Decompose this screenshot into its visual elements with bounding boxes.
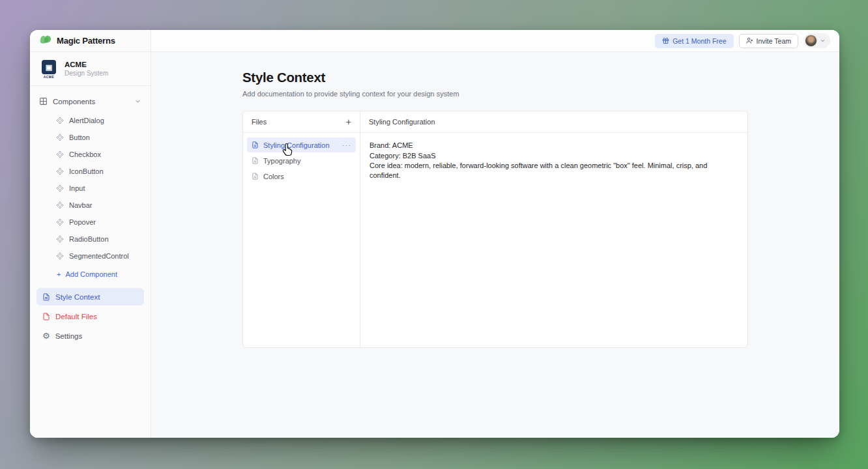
file-name: Colors xyxy=(263,173,351,180)
component-label: Button xyxy=(69,134,90,141)
component-icon xyxy=(56,218,64,226)
component-label: IconButton xyxy=(69,167,104,175)
component-icon xyxy=(56,150,64,158)
topbar: Get 1 Month Free Invite Team xyxy=(151,30,839,52)
component-icon xyxy=(56,252,64,260)
document-body[interactable]: Brand: ACME Category: B2B SaaS Core idea… xyxy=(360,133,747,189)
sidebar-component-item[interactable]: AlertDialog xyxy=(30,112,151,129)
component-label: Input xyxy=(69,184,85,192)
app-brand-name: Magic Patterns xyxy=(57,36,115,46)
component-label: Navbar xyxy=(69,201,92,209)
components-grid-icon xyxy=(39,97,48,107)
file-item-typography[interactable]: Typography xyxy=(247,153,356,168)
document-panel-header: Styling Configuration xyxy=(360,111,747,133)
main-area: Get 1 Month Free Invite Team Style Conte… xyxy=(151,30,839,438)
components-section-label: Components xyxy=(53,98,95,106)
workspace-subtitle: Design System xyxy=(65,70,108,77)
workspace-cube-icon: ▣ xyxy=(42,60,56,74)
component-icon xyxy=(56,134,64,141)
gift-icon xyxy=(662,37,669,44)
get-month-free-label: Get 1 Month Free xyxy=(673,37,726,45)
file-text-icon xyxy=(252,141,259,149)
file-item-colors[interactable]: Colors xyxy=(247,169,356,184)
sidebar-item-label: Style Context xyxy=(55,293,100,301)
plus-icon: + xyxy=(57,270,61,278)
file-options-menu-icon[interactable]: ··· xyxy=(342,141,351,149)
document-line: Brand: ACME xyxy=(369,141,738,150)
account-menu-button[interactable] xyxy=(803,33,830,48)
app-window: Magic Patterns ▣ ACME ACME Design System… xyxy=(30,30,839,438)
sidebar-item-label: Settings xyxy=(55,332,83,340)
file-icon xyxy=(42,313,50,320)
sidebar-nav: Style Context Default Files ⚙ Settings xyxy=(30,288,151,345)
component-label: SegmentedControl xyxy=(69,252,129,260)
files-header-label: Files xyxy=(252,118,267,126)
invite-team-button[interactable]: Invite Team xyxy=(739,34,799,48)
components-list: AlertDialog Button Checkbox xyxy=(30,112,151,264)
component-icon xyxy=(56,167,64,175)
files-panel: Files + Styling Configuration ··· xyxy=(243,111,360,347)
sidebar-item-style-context[interactable]: Style Context xyxy=(36,288,144,306)
sidebar-component-item[interactable]: Checkbox xyxy=(30,146,151,163)
page-title: Style Context xyxy=(242,70,748,85)
sidebar-component-item[interactable]: Popover xyxy=(30,214,151,231)
page-content: Style Context Add documentation to provi… xyxy=(151,52,839,438)
component-icon xyxy=(56,201,64,209)
app-logo-row[interactable]: Magic Patterns xyxy=(30,30,151,52)
magic-patterns-logo-icon xyxy=(39,35,52,47)
workspace-logo: ▣ ACME xyxy=(39,60,59,79)
file-item-styling-configuration[interactable]: Styling Configuration ··· xyxy=(247,137,356,152)
workspace-info: ACME Design System xyxy=(65,60,108,77)
document-line: Category: B2B SaaS xyxy=(369,151,738,161)
component-label: AlertDialog xyxy=(69,117,104,124)
workspace-name: ACME xyxy=(65,60,108,70)
desktop-background: { "header": { "brand": "Magic Patterns",… xyxy=(0,0,868,469)
style-context-card: Files + Styling Configuration ··· xyxy=(242,111,748,348)
sidebar-component-item[interactable]: RadioButton xyxy=(30,231,151,248)
get-month-free-button[interactable]: Get 1 Month Free xyxy=(655,34,733,48)
components-section-toggle[interactable]: Components xyxy=(30,91,151,112)
component-icon xyxy=(56,117,64,124)
add-component-label: Add Component xyxy=(65,270,117,278)
sidebar: Magic Patterns ▣ ACME ACME Design System… xyxy=(30,30,151,438)
avatar xyxy=(805,35,817,47)
sidebar-component-item[interactable]: SegmentedControl xyxy=(30,248,151,264)
component-label: Popover xyxy=(69,218,96,226)
file-name: Typography xyxy=(263,157,351,165)
sidebar-component-item[interactable]: IconButton xyxy=(30,163,151,180)
sidebar-item-default-files[interactable]: Default Files xyxy=(36,307,144,325)
sidebar-component-item[interactable]: Navbar xyxy=(30,197,151,214)
workspace-logo-text: ACME xyxy=(44,75,54,79)
user-plus-icon xyxy=(746,37,753,44)
sidebar-component-item[interactable]: Button xyxy=(30,129,151,146)
files-list: Styling Configuration ··· Typography xyxy=(243,133,360,188)
document-line: Core idea: modern, reliable, forward-loo… xyxy=(369,161,738,180)
files-panel-header: Files + xyxy=(243,111,360,133)
component-label: RadioButton xyxy=(69,235,109,243)
workspace-switcher[interactable]: ▣ ACME ACME Design System xyxy=(30,52,151,86)
file-name: Styling Configuration xyxy=(263,141,338,149)
invite-team-label: Invite Team xyxy=(757,37,792,45)
sidebar-item-settings[interactable]: ⚙ Settings xyxy=(36,327,144,345)
add-file-button[interactable]: + xyxy=(346,117,351,126)
component-label: Checkbox xyxy=(69,150,101,158)
add-component-button[interactable]: + Add Component xyxy=(30,264,151,284)
page-subtitle: Add documentation to provide styling con… xyxy=(242,90,748,98)
document-panel: Styling Configuration Brand: ACME Catego… xyxy=(360,111,747,347)
chevron-down-icon xyxy=(134,98,141,106)
chevron-down-icon xyxy=(820,38,826,44)
document-icon xyxy=(42,293,50,301)
component-icon xyxy=(56,235,64,243)
sidebar-item-label: Default Files xyxy=(55,313,97,320)
document-header-label: Styling Configuration xyxy=(369,118,435,126)
file-text-icon xyxy=(252,173,259,180)
sidebar-component-item[interactable]: Input xyxy=(30,180,151,197)
gear-icon: ⚙ xyxy=(42,332,50,340)
file-text-icon xyxy=(252,157,259,164)
page-container: Style Context Add documentation to provi… xyxy=(242,70,748,348)
component-icon xyxy=(56,184,64,192)
